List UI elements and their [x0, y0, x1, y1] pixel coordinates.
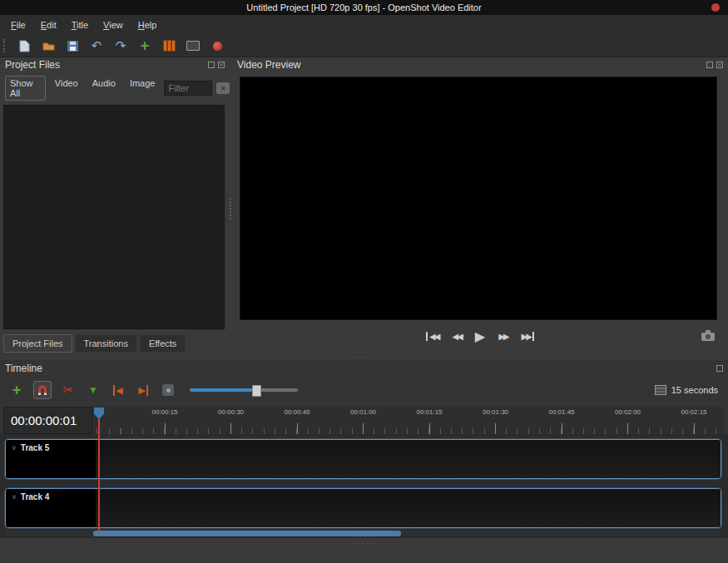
- fullscreen-icon: [186, 41, 200, 51]
- ruler-timestamp: 00:01:15: [416, 408, 442, 416]
- open-folder-icon: [42, 41, 55, 51]
- snapping-toggle-button[interactable]: [33, 381, 52, 399]
- new-project-button[interactable]: [16, 37, 32, 54]
- zoom-slider-fill: [190, 388, 252, 392]
- track-lane[interactable]: [96, 440, 721, 478]
- timeline-ruler[interactable]: 00:00:15 00:00:30 00:00:45 00:01:00 00:0…: [94, 407, 724, 435]
- menubar: File Edit Title View Help: [0, 15, 728, 35]
- open-project-button[interactable]: [40, 37, 57, 54]
- panel-tab[interactable]: Transitions: [75, 334, 137, 353]
- ruler-timestamp: 00:00:45: [284, 408, 310, 416]
- add-track-button[interactable]: +: [8, 382, 25, 398]
- playhead-time-display: 00:00:00:01: [3, 407, 93, 434]
- panel-tab[interactable]: Project Files: [3, 334, 72, 353]
- ruler-timestamp: 00:01:45: [548, 408, 574, 416]
- scissors-icon: ✂: [63, 383, 74, 398]
- timeline-toolbar: + ✂ ▼ ◀ ▶ 15 seconds: [0, 377, 728, 403]
- project-files-title: Project Files: [5, 59, 60, 71]
- filter-button[interactable]: Video: [50, 76, 83, 101]
- track-label[interactable]: ∨ Track 4: [6, 489, 96, 527]
- video-preview-panel: Video Preview ✕ ◀◀ ◀◀ ▶ ▶▶ ▶▶: [232, 57, 728, 359]
- redo-button[interactable]: ↷: [112, 37, 129, 54]
- new-document-icon: [19, 40, 30, 52]
- zoom-scale-label[interactable]: 15 seconds: [671, 385, 718, 395]
- timeline-panel: Timeline + ✂ ▼ ◀ ▶ 15 seconds: [0, 360, 728, 538]
- zoom-slider-handle[interactable]: [252, 385, 261, 397]
- panel-dock-controls: ✕: [706, 62, 723, 68]
- close-panel-icon[interactable]: ✕: [716, 62, 723, 68]
- close-window-button[interactable]: [711, 3, 720, 12]
- menu-item[interactable]: Title: [64, 17, 96, 32]
- ruler-major-ticks: [94, 423, 724, 434]
- filter-button[interactable]: Audio: [87, 76, 121, 101]
- openshot-window: Untitled Project [HD 720p 30 fps] - Open…: [0, 0, 728, 563]
- import-files-button[interactable]: +: [136, 37, 153, 54]
- rewind-button[interactable]: ◀◀: [450, 332, 463, 341]
- snapshot-button[interactable]: [701, 329, 715, 344]
- bottom-tabs: Project Files Transitions Effects: [3, 334, 186, 353]
- timecode: 00:00:00:01: [11, 413, 77, 427]
- marker-icon: ▼: [88, 384, 98, 396]
- clear-filter-icon[interactable]: ✕: [216, 82, 230, 94]
- export-video-button[interactable]: [209, 37, 225, 54]
- playhead-line: [98, 418, 100, 531]
- redo-icon: ↷: [116, 38, 126, 53]
- toolbar-grip[interactable]: [3, 39, 7, 52]
- panel-tab[interactable]: Effects: [140, 334, 186, 353]
- window-title: Untitled Project [HD 720p 30 fps] - Open…: [246, 2, 481, 12]
- project-files-panel: Project Files ✕ Show All Video Audio Ima…: [0, 57, 230, 359]
- menu-item[interactable]: View: [96, 17, 131, 32]
- track-row[interactable]: ∨ Track 5: [5, 439, 721, 479]
- chevron-down-icon[interactable]: ∨: [12, 444, 17, 452]
- main-toolbar: ↶ ↷ +: [0, 35, 728, 57]
- chevron-down-icon[interactable]: ∨: [12, 493, 17, 501]
- horizontal-splitter-handle[interactable]: ·····: [0, 354, 728, 359]
- close-panel-icon[interactable]: ✕: [218, 62, 225, 68]
- jump-to-start-button[interactable]: ◀◀: [426, 332, 440, 341]
- float-panel-icon[interactable]: [208, 62, 215, 68]
- filter-bar: Show All Video Audio Image ✕: [2, 80, 230, 96]
- zoom-scale-group: 15 seconds: [655, 385, 718, 395]
- track-label[interactable]: ∨ Track 5: [6, 440, 96, 478]
- menu-item[interactable]: Help: [131, 17, 165, 32]
- save-project-button[interactable]: [64, 37, 81, 54]
- center-playhead-icon: [162, 384, 174, 396]
- jump-to-end-button[interactable]: ▶▶: [520, 332, 534, 341]
- tracks-area: ∨ Track 5 ∨ Track 4: [0, 434, 728, 538]
- filter-input[interactable]: [164, 81, 212, 96]
- titlebar: Untitled Project [HD 720p 30 fps] - Open…: [0, 0, 728, 15]
- video-preview-header: Video Preview ✕: [232, 57, 728, 73]
- track-lane[interactable]: [96, 489, 721, 527]
- transport-controls: ◀◀ ◀◀ ▶ ▶▶ ▶▶: [232, 326, 728, 346]
- track-row[interactable]: ∨ Track 4: [5, 488, 721, 528]
- filter-button[interactable]: Show All: [5, 76, 46, 101]
- panel-dock-controls: [716, 365, 723, 372]
- choose-profile-button[interactable]: [161, 37, 177, 54]
- video-preview-canvas[interactable]: [240, 77, 717, 320]
- plus-icon: +: [12, 383, 22, 398]
- panel-dock-controls: ✕: [208, 62, 225, 68]
- play-button[interactable]: ▶: [473, 328, 487, 344]
- ruler-timestamp: 00:02:15: [681, 408, 706, 416]
- project-files-header: Project Files ✕: [0, 57, 230, 73]
- razor-tool-button[interactable]: ✂: [60, 382, 77, 398]
- timeline-title: Timeline: [5, 363, 42, 374]
- previous-marker-button[interactable]: ◀: [110, 382, 126, 398]
- undo-button[interactable]: ↶: [88, 37, 105, 54]
- bottom-splitter-handle[interactable]: ·····: [0, 541, 728, 546]
- fast-forward-button[interactable]: ▶▶: [497, 332, 509, 341]
- ruler-timestamp: 00:01:30: [483, 408, 508, 416]
- menu-item[interactable]: Edit: [33, 17, 64, 32]
- next-marker-button[interactable]: ▶: [135, 382, 151, 398]
- fullscreen-button[interactable]: [185, 37, 201, 54]
- float-panel-icon[interactable]: [706, 62, 713, 68]
- project-files-list[interactable]: [3, 105, 225, 329]
- float-panel-icon[interactable]: [716, 365, 723, 372]
- filter-button[interactable]: Image: [125, 76, 161, 101]
- zoom-slider[interactable]: [190, 388, 298, 392]
- center-on-playhead-button[interactable]: [160, 382, 176, 398]
- timeline-scrollbar-thumb[interactable]: [93, 531, 401, 536]
- menu-item[interactable]: File: [3, 17, 33, 32]
- add-marker-button[interactable]: ▼: [85, 382, 102, 398]
- timeline-scrollbar-track[interactable]: [5, 531, 721, 536]
